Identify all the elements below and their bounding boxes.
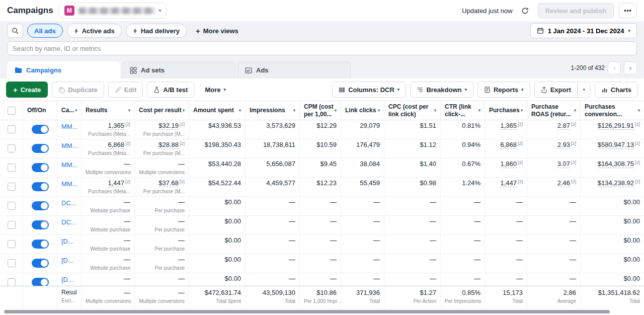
duplicate-button[interactable]: Duplicate <box>52 82 104 98</box>
account-selector[interactable]: M ▾ <box>59 3 167 18</box>
metric-cell: $0.00 <box>189 216 246 234</box>
view-pill-all-ads[interactable]: All ads <box>27 24 63 38</box>
tab-ad-sets[interactable]: Ad sets <box>122 61 235 78</box>
search-filter-button[interactable] <box>7 24 23 38</box>
column-header-ctr-link-click[interactable]: CTR (link click-...▾ <box>441 101 485 120</box>
campaign-name-link[interactable]: MM... <box>61 180 78 188</box>
metric-sublabel: Per purchase <box>139 208 185 214</box>
metric-value: $164,308.75[2] <box>585 160 640 169</box>
create-button[interactable]: + Create <box>6 82 48 98</box>
review-and-publish-button[interactable]: Review and publish <box>538 3 614 18</box>
reports-button[interactable]: Reports ▾ <box>477 82 530 98</box>
campaign-name-link[interactable]: MM... <box>61 142 78 149</box>
campaign-toggle[interactable] <box>32 125 49 134</box>
column-header-ca[interactable]: Ca...▾ <box>57 101 82 120</box>
table-toolbar: + Create Duplicate Edit A/B test More ▾ … <box>0 78 644 101</box>
tab-campaigns[interactable]: Campaigns <box>7 61 120 78</box>
prev-page-button[interactable]: ‹ <box>608 61 621 74</box>
export-dropdown-button[interactable]: ▾ <box>578 82 591 98</box>
metric-cell: — <box>441 216 485 234</box>
date-range-button[interactable]: 1 Jan 2024 - 31 Dec 2024 ▾ <box>530 23 637 38</box>
campaign-toggle[interactable] <box>32 144 49 153</box>
campaign-toggle[interactable] <box>32 240 49 249</box>
row-checkbox[interactable] <box>8 125 16 133</box>
metric-cell: $53,440.28 <box>189 159 246 177</box>
campaign-name-link[interactable]: DC... <box>61 199 76 207</box>
metric-cell: 1,447[2]Purchases (Meta... <box>82 178 135 196</box>
metric-cell: — <box>441 254 485 273</box>
account-avatar: M <box>64 6 74 16</box>
breakdown-label: Breakdown <box>426 86 461 94</box>
view-pill-had-delivery[interactable]: Had delivery <box>126 24 187 38</box>
more-options-button[interactable]: ••• <box>619 3 637 18</box>
columns-button[interactable]: Columns: DCR ▾ <box>332 82 406 98</box>
select-all-checkbox[interactable] <box>8 107 16 115</box>
row-checkbox[interactable] <box>8 144 16 152</box>
edit-button[interactable]: Edit <box>108 82 143 98</box>
metric-value: $580,947.13[2] <box>585 141 640 149</box>
metric-value: 2.87[2] <box>531 122 576 130</box>
column-header-purchase-roas-retur[interactable]: Purchase ROAS (retur...▾ <box>527 101 581 120</box>
calendar-icon <box>537 27 544 34</box>
toggle-knob <box>41 260 48 267</box>
column-header-cost-per-result[interactable]: Cost per result▾ <box>135 101 189 120</box>
campaign-toggle[interactable] <box>32 163 49 172</box>
campaign-name-link[interactable]: [D... <box>61 238 73 245</box>
metric-value: — <box>345 237 380 245</box>
row-checkbox[interactable] <box>8 183 16 191</box>
campaign-name-link[interactable]: [D... <box>61 276 73 283</box>
toggle-knob <box>41 164 48 171</box>
toggle-knob <box>41 241 48 248</box>
column-header-purchases-conversion[interactable]: Purchases conversion...▾ <box>581 101 644 120</box>
row-checkbox[interactable] <box>8 278 16 286</box>
metric-cell: $198,350.43 <box>189 139 246 158</box>
ab-test-button[interactable]: A/B test <box>147 82 194 98</box>
charts-button[interactable]: Charts <box>595 82 638 98</box>
row-checkbox[interactable] <box>8 164 16 172</box>
metric-value: 55,459 <box>345 179 380 188</box>
column-header-cpc-cost-per-link-click[interactable]: CPC (cost per link click)▾ <box>384 101 441 120</box>
view-pill-active-ads[interactable]: Active ads <box>67 24 122 38</box>
campaign-toggle[interactable] <box>32 220 49 229</box>
breakdown-button[interactable]: Breakdown ▾ <box>410 82 473 98</box>
campaign-toggle[interactable] <box>32 182 49 191</box>
table-row: [D...——$0.00———————$0.00 <box>0 273 644 286</box>
column-header-impressions[interactable]: Impressions▾ <box>246 101 300 120</box>
export-button[interactable]: Export <box>534 82 578 98</box>
campaign-name-link[interactable]: [D... <box>61 257 73 264</box>
column-header-link-clicks[interactable]: Link clicks▾ <box>341 101 384 120</box>
metric-cell: $9.45 <box>300 159 341 177</box>
row-checkbox[interactable] <box>8 259 16 267</box>
horizontal-scrollbar[interactable] <box>4 310 610 313</box>
metric-cell: $1.12 <box>384 139 441 158</box>
column-header-results[interactable]: Results▾ <box>82 101 135 120</box>
campaign-name-link[interactable]: MM... <box>61 123 78 130</box>
metric-cell: 2.87[2] <box>527 120 581 139</box>
totals-metric-cell: $1.27Per Action <box>384 286 441 307</box>
metric-value: 29,079 <box>345 122 380 130</box>
footnote-marker: [2] <box>635 179 640 184</box>
next-page-button[interactable]: › <box>624 61 637 74</box>
metric-cell: — <box>527 235 581 254</box>
search-input[interactable] <box>7 41 637 55</box>
campaign-toggle[interactable] <box>32 278 49 286</box>
campaign-toggle[interactable] <box>32 259 49 268</box>
metric-value: $198,350.43 <box>193 141 241 149</box>
row-checkbox[interactable] <box>8 240 16 248</box>
column-header-label: CPM (cost per 1,00... <box>304 103 334 118</box>
refresh-button[interactable] <box>518 3 533 18</box>
row-checkbox[interactable] <box>8 202 16 210</box>
metric-sublabel: Per purchase (M... <box>139 150 185 156</box>
tab-ads[interactable]: Ads <box>237 61 351 78</box>
column-header-off-on[interactable]: Off/On <box>23 101 57 120</box>
more-button[interactable]: More ▾ <box>198 82 232 98</box>
row-checkbox[interactable] <box>8 221 16 229</box>
column-header-purchases[interactable]: Purchases▾ <box>485 101 527 120</box>
campaign-name-link[interactable]: DC... <box>61 218 76 226</box>
campaign-name-link[interactable]: MM... <box>61 161 78 169</box>
more-views-button[interactable]: + More views <box>191 24 244 38</box>
column-header-cpm-cost-per-1-00[interactable]: CPM (cost per 1,00...▾ <box>300 101 341 120</box>
campaign-toggle[interactable] <box>32 201 49 210</box>
metric-value: — <box>489 275 523 283</box>
column-header-amount-spent[interactable]: Amount spent▾ <box>189 101 246 120</box>
